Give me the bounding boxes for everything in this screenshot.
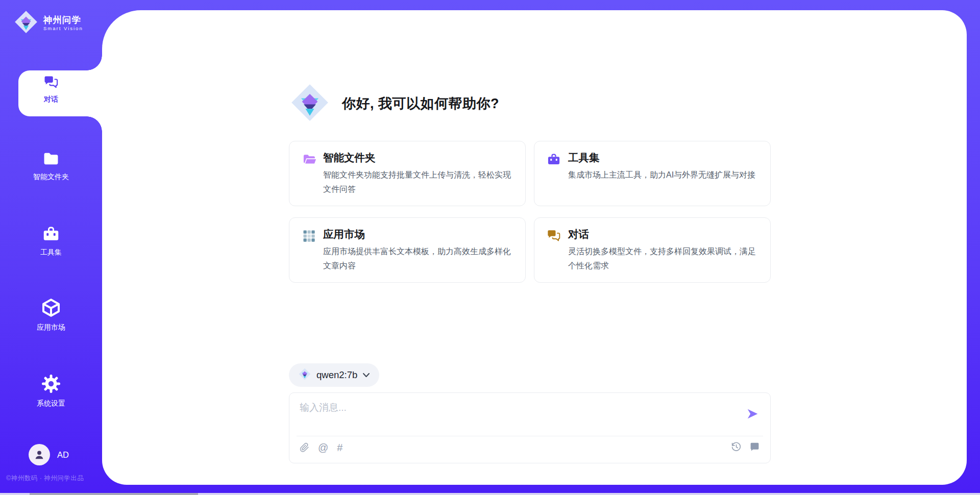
toolbox-icon [41, 225, 61, 243]
composer-right-tools [731, 441, 760, 452]
send-button[interactable] [746, 407, 759, 420]
sidebar-item-label: 应用市场 [0, 323, 102, 332]
folder-open-icon [302, 152, 317, 166]
brand-diamond-icon [298, 367, 311, 383]
attachment-icon[interactable] [300, 442, 309, 453]
card-title: 对话 [568, 227, 589, 241]
chat-bubbles-icon [547, 229, 561, 243]
sidebar: 神州问学 Smart Vision 对话 智能文件夹 工具集 [0, 0, 102, 495]
composer-divider [297, 436, 763, 436]
sidebar-item-market[interactable]: 应用市场 [0, 298, 102, 332]
person-icon [33, 448, 46, 461]
sidebar-item-label: 对话 [0, 95, 102, 104]
card-description: 应用市场提供丰富长文本模板，助力高效生成多样化文章内容 [323, 244, 517, 273]
main-panel: 你好, 我可以如何帮助你? 智能文件夹 智能文件夹功能支持批量文件上传与清洗，轻… [102, 10, 967, 485]
card-title: 智能文件夹 [323, 151, 376, 165]
horizontal-scrollbar-thumb[interactable] [30, 493, 198, 495]
card-description: 灵活切换多模型文件，支持多样回复效果调试，满足个性化需求 [568, 244, 762, 273]
brand-diamond-icon [289, 82, 331, 126]
sidebar-item-label: 工具集 [0, 248, 102, 257]
chat-bubbles-icon [43, 75, 59, 90]
card-app-market[interactable]: 应用市场 应用市场提供丰富长文本模板，助力高效生成多样化文章内容 [289, 217, 526, 283]
card-chat[interactable]: 对话 灵活切换多模型文件，支持多样回复效果调试，满足个性化需求 [534, 217, 771, 283]
grid-icon [302, 229, 316, 243]
chevron-down-icon [362, 373, 370, 378]
avatar [29, 444, 50, 465]
sidebar-item-tools[interactable]: 工具集 [0, 225, 102, 257]
greeting-row: 你好, 我可以如何帮助你? [289, 82, 499, 126]
toolbox-icon [547, 152, 561, 166]
sidebar-item-label: 智能文件夹 [0, 172, 102, 182]
card-description: 智能文件夹功能支持批量文件上传与清洗，轻松实现文件问答 [323, 168, 517, 196]
user-name: AD [57, 450, 69, 460]
brand-diamond-icon [13, 9, 39, 37]
model-name: qwen2:7b [316, 369, 357, 381]
model-selector[interactable]: qwen2:7b [289, 363, 379, 387]
history-icon[interactable] [731, 441, 742, 452]
card-description: 集成市场上主流工具，助力AI与外界无缝扩展与对接 [568, 168, 762, 182]
horizontal-scrollbar [0, 493, 980, 495]
hashtag-icon[interactable]: # [337, 441, 342, 454]
brand-name: 神州问学 [43, 15, 83, 26]
message-icon[interactable] [749, 441, 760, 452]
folder-icon [42, 150, 60, 167]
card-smart-folder[interactable]: 智能文件夹 智能文件夹功能支持批量文件上传与清洗，轻松实现文件问答 [289, 141, 526, 206]
send-icon [746, 407, 759, 420]
greeting-text: 你好, 我可以如何帮助你? [342, 94, 499, 113]
user-profile[interactable]: AD [29, 444, 69, 465]
message-composer: @ # [289, 392, 771, 463]
card-title: 工具集 [568, 151, 600, 165]
sidebar-item-folders[interactable]: 智能文件夹 [0, 150, 102, 182]
sidebar-item-settings[interactable]: 系统设置 [0, 374, 102, 408]
feature-cards: 智能文件夹 智能文件夹功能支持批量文件上传与清洗，轻松实现文件问答 工具集 集成… [289, 141, 771, 283]
cube-icon [41, 298, 61, 318]
sidebar-item-chat[interactable]: 对话 [0, 75, 102, 104]
sidebar-item-label: 系统设置 [0, 399, 102, 408]
mention-icon[interactable]: @ [318, 441, 328, 454]
card-toolset[interactable]: 工具集 集成市场上主流工具，助力AI与外界无缝扩展与对接 [534, 141, 771, 206]
card-title: 应用市场 [323, 227, 365, 241]
copyright-text: ©神州数码 · 神州问学出品 [6, 474, 84, 483]
composer-left-tools: @ # [300, 441, 342, 454]
message-input[interactable] [289, 393, 770, 434]
brand-subtitle: Smart Vision [43, 26, 83, 31]
brand-logo: 神州问学 Smart Vision [13, 9, 83, 37]
gear-icon [41, 374, 61, 394]
